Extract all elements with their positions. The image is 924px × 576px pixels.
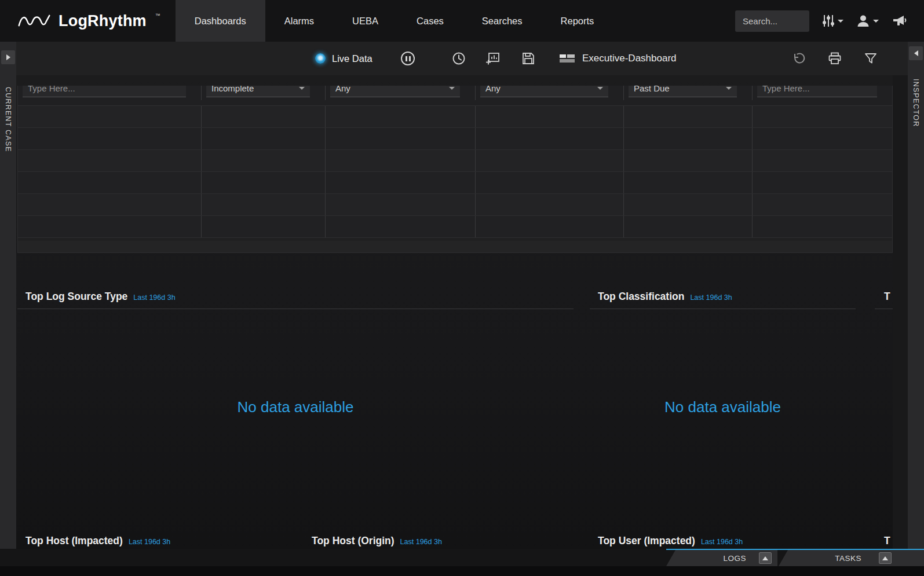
grid-horizontal-scrollbar[interactable] xyxy=(17,241,893,253)
megaphone-icon xyxy=(892,14,908,28)
table-cell xyxy=(476,150,624,171)
nav-tab-cases[interactable]: Cases xyxy=(397,0,463,42)
primary-nav: Dashboards Alarms UEBA Cases Searches Re… xyxy=(176,0,613,42)
undo-button[interactable] xyxy=(792,42,806,75)
time-range-button[interactable] xyxy=(452,42,466,75)
user-menu-button[interactable] xyxy=(856,14,879,28)
inspector-rail[interactable]: INSPECTOR xyxy=(908,42,924,549)
save-button[interactable] xyxy=(521,42,535,75)
nav-tab-ueba[interactable]: UEBA xyxy=(333,0,397,42)
chevron-right-icon xyxy=(6,54,10,60)
chevron-down-icon xyxy=(873,20,879,23)
nav-tab-searches[interactable]: Searches xyxy=(463,0,542,42)
cases-grid: IncompleteAnyAnyPast Due xyxy=(17,86,893,241)
announcements-button[interactable] xyxy=(892,14,908,28)
table-cell xyxy=(753,216,892,237)
dashboard-layout-icon xyxy=(560,53,575,64)
selected-value: Any xyxy=(335,86,350,93)
filter-cell xyxy=(753,86,892,100)
live-data-radio-icon xyxy=(315,53,326,64)
grid-filter-select[interactable]: Incomplete xyxy=(206,86,310,97)
print-button[interactable] xyxy=(828,42,842,75)
filter-cell: Incomplete xyxy=(202,86,326,100)
table-row[interactable] xyxy=(18,150,892,172)
tasks-panel-label: TASKS xyxy=(835,554,861,563)
chevron-down-icon xyxy=(597,87,603,90)
widget-title: T xyxy=(884,535,890,547)
filter-button[interactable] xyxy=(864,42,878,75)
table-cell xyxy=(476,194,624,215)
pause-button[interactable] xyxy=(401,42,415,75)
topbar-right-controls xyxy=(735,0,924,42)
grid-filter-select[interactable]: Past Due xyxy=(629,86,737,97)
grid-body xyxy=(18,106,892,238)
widget-title: Top User (Impacted) xyxy=(598,535,695,547)
widget-title: Top Host (Impacted) xyxy=(25,535,123,547)
widget-time-range: Last 196d 3h xyxy=(400,538,442,546)
table-cell xyxy=(326,128,476,149)
current-case-rail-label: CURRENT CASE xyxy=(4,87,12,152)
nav-tab-reports[interactable]: Reports xyxy=(542,0,613,42)
live-data-toggle[interactable]: Live Data xyxy=(315,42,372,75)
table-cell xyxy=(624,106,753,127)
widget-title: Top Host (Origin) xyxy=(312,535,395,547)
table-cell xyxy=(753,150,892,171)
table-cell xyxy=(18,106,202,127)
logrhythm-logo[interactable]: LogRhythm™ xyxy=(0,0,176,42)
preferences-menu-button[interactable] xyxy=(822,13,843,28)
table-cell xyxy=(326,150,476,171)
logo-trademark: ™ xyxy=(155,13,160,19)
save-icon xyxy=(521,52,535,65)
nav-tab-dashboards[interactable]: Dashboards xyxy=(176,0,265,42)
current-case-rail[interactable]: CURRENT CASE xyxy=(0,42,16,549)
nav-tab-alarms[interactable]: Alarms xyxy=(265,0,333,42)
widget-time-range: Last 196d 3h xyxy=(701,538,743,546)
widget-header: Top Classification Last 196d 3h xyxy=(590,285,856,309)
logs-panel-tab[interactable]: LOGS xyxy=(666,550,777,566)
table-cell xyxy=(753,172,892,193)
filter-cell: Any xyxy=(476,86,624,100)
widget-title: Top Log Source Type xyxy=(25,291,127,303)
widget-title: Top Classification xyxy=(598,291,684,303)
tasks-panel-tab[interactable]: TASKS xyxy=(779,550,924,566)
logs-panel-label: LOGS xyxy=(723,554,746,563)
table-row[interactable] xyxy=(18,106,892,128)
grid-filter-input[interactable] xyxy=(23,86,186,97)
grid-filter-input[interactable] xyxy=(757,86,877,97)
dashboard-selector[interactable]: Executive-Dashboard xyxy=(560,42,677,75)
add-widget-button[interactable] xyxy=(485,42,501,75)
filter-funnel-icon xyxy=(864,52,878,65)
no-data-message: No data available xyxy=(17,398,574,416)
chevron-down-icon xyxy=(299,87,305,90)
widget-time-range: Last 196d 3h xyxy=(133,293,175,302)
sliders-icon xyxy=(822,13,835,28)
table-cell xyxy=(202,172,326,193)
table-row[interactable] xyxy=(18,194,892,216)
live-data-label: Live Data xyxy=(332,53,372,64)
widget-time-range: Last 196d 3h xyxy=(129,538,170,546)
inspector-rail-label: INSPECTOR xyxy=(912,79,920,127)
widget-header: Top Log Source Type Last 196d 3h xyxy=(17,285,574,309)
expand-logs-panel-button[interactable] xyxy=(759,552,772,564)
grid-filter-select[interactable]: Any xyxy=(480,86,608,97)
expand-current-case-button[interactable] xyxy=(1,50,15,64)
selected-value: Any xyxy=(485,86,501,93)
table-row[interactable] xyxy=(18,216,892,238)
table-cell xyxy=(624,128,753,149)
add-widget-icon xyxy=(485,52,501,65)
search-input[interactable] xyxy=(735,10,809,32)
vertical-scrollbar-track[interactable] xyxy=(893,75,908,549)
undo-icon xyxy=(792,52,806,65)
table-row[interactable] xyxy=(18,172,892,194)
chevron-up-icon xyxy=(762,556,768,560)
chevron-down-icon xyxy=(838,20,843,23)
grid-filter-select[interactable]: Any xyxy=(330,86,460,97)
table-cell xyxy=(326,106,476,127)
widget-top-classification: Top Classification Last 196d 3h No data … xyxy=(590,285,856,528)
chevron-left-icon xyxy=(914,50,918,56)
expand-inspector-button[interactable] xyxy=(909,46,923,60)
table-cell xyxy=(624,216,753,237)
printer-icon xyxy=(828,52,842,65)
expand-tasks-panel-button[interactable] xyxy=(879,552,892,564)
table-row[interactable] xyxy=(18,128,892,150)
